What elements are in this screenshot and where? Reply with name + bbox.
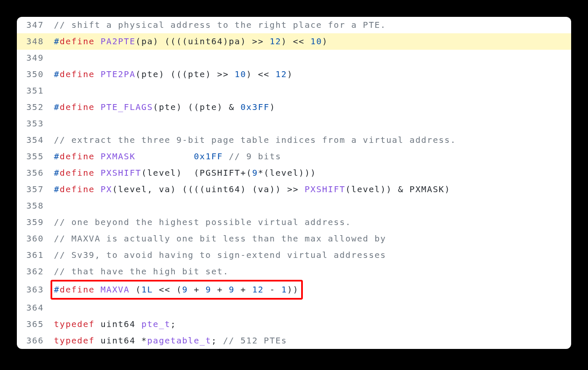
code-token xyxy=(95,151,101,161)
code-token: define xyxy=(60,69,95,79)
code-token: pte xyxy=(142,69,159,79)
code-line: 356#define PXSHIFT(level) (PGSHIFT+(9*(l… xyxy=(17,165,571,181)
code-content xyxy=(53,198,571,214)
code-content xyxy=(53,50,571,66)
code-token: 12 xyxy=(252,284,264,295)
code-content: #define MAXVA (1L << (9 + 9 + 9 + 12 - 1… xyxy=(51,280,303,300)
code-line: 359// one beyond the highest possible vi… xyxy=(17,214,571,231)
code-token: 10 xyxy=(310,36,322,46)
code-token: ) xyxy=(287,69,293,79)
code-content xyxy=(53,115,571,132)
code-token: define xyxy=(60,151,95,161)
code-line: 361// Sv39, to avoid having to sign-exte… xyxy=(17,247,571,263)
code-token: # xyxy=(54,184,60,194)
code-content: #define PTE2PA(pte) (((pte) >> 10) << 12… xyxy=(53,66,571,83)
line-number: 364 xyxy=(17,300,53,316)
code-line: 360// MAXVA is actually one bit less tha… xyxy=(17,231,571,247)
code-line: 347// shift a physical address to the ri… xyxy=(17,17,571,33)
code-content: #define PXSHIFT(level) (PGSHIFT+(9*(leve… xyxy=(53,165,571,181)
code-token: 0x1FF xyxy=(194,151,223,161)
code-line: 353 xyxy=(17,115,571,132)
code-token: # xyxy=(54,284,60,295)
code-line: 358 xyxy=(17,198,571,214)
code-token: level xyxy=(118,184,147,194)
code-token: PXMASK xyxy=(101,151,136,161)
line-number: 353 xyxy=(17,115,53,132)
code-token: // 512 PTEs xyxy=(223,335,287,346)
code-token xyxy=(95,102,101,112)
code-token: define xyxy=(60,36,95,46)
code-token: // one beyond the highest possible virtu… xyxy=(54,217,351,227)
code-token: typedef xyxy=(54,319,95,329)
line-number: 366 xyxy=(17,332,53,349)
code-token: ) (((pte) >> xyxy=(159,69,235,79)
code-line: 363#define MAXVA (1L << (9 + 9 + 9 + 12 … xyxy=(17,280,571,300)
code-content: #define PTE_FLAGS(pte) ((pte) & 0x3FF) xyxy=(53,99,571,115)
code-line: 355#define PXMASK 0x1FF // 9 bits xyxy=(17,148,571,165)
code-content: #define PX(level, va) ((((uint64) (va)) … xyxy=(53,181,571,198)
code-token: (level)) & PXMASK) xyxy=(345,184,450,194)
code-token: level xyxy=(147,168,176,178)
code-token: uint64 * xyxy=(95,335,147,346)
code-content: // one beyond the highest possible virtu… xyxy=(53,214,571,231)
code-token: ( xyxy=(136,36,142,46)
code-token: // 9 bits xyxy=(229,151,281,161)
code-line: 365typedef uint64 pte_t; xyxy=(17,316,571,332)
code-token: ) << xyxy=(246,69,275,79)
code-content: // that have the high bit set. xyxy=(53,263,571,280)
code-line: 350#define PTE2PA(pte) (((pte) >> 10) <<… xyxy=(17,66,571,83)
code-token: typedef xyxy=(54,335,95,346)
line-number: 349 xyxy=(17,50,53,66)
code-content: // MAXVA is actually one bit less than t… xyxy=(53,231,571,247)
code-token: pte xyxy=(159,102,176,112)
code-token: + xyxy=(211,284,229,295)
line-number: 357 xyxy=(17,181,53,198)
code-line: 362// that have the high bit set. xyxy=(17,263,571,280)
code-token: *(level))) xyxy=(258,168,316,178)
line-number: 350 xyxy=(17,66,53,83)
line-number: 355 xyxy=(17,148,53,165)
code-token xyxy=(223,151,229,161)
code-content: // shift a physical address to the right… xyxy=(53,17,571,33)
code-token: ) ((((uint64) (va)) >> xyxy=(171,184,305,194)
code-line: 354// extract the three 9-bit page table… xyxy=(17,132,571,148)
code-line: 348#define PA2PTE(pa) ((((uint64)pa) >> … xyxy=(17,33,571,50)
code-token: 9 xyxy=(229,284,235,295)
code-token: 1 xyxy=(281,284,287,295)
code-content xyxy=(53,300,571,316)
code-token: - xyxy=(264,284,281,295)
line-number: 352 xyxy=(17,99,53,115)
code-token: ) xyxy=(322,36,328,46)
code-token: 12 xyxy=(275,69,287,79)
code-token: define xyxy=(60,184,95,194)
code-line: 366typedef uint64 *pagetable_t; // 512 P… xyxy=(17,332,571,349)
code-token: PX xyxy=(101,184,112,194)
code-line: 351 xyxy=(17,83,571,99)
code-token: PA2PTE xyxy=(101,36,136,46)
line-number: 347 xyxy=(17,17,53,33)
code-token: define xyxy=(60,102,95,112)
code-token: PTE2PA xyxy=(101,69,136,79)
code-token: uint64 xyxy=(95,319,142,329)
code-token: MAXVA xyxy=(101,284,130,295)
code-token: ( xyxy=(112,184,118,194)
code-token: va xyxy=(159,184,171,194)
code-token: 9 xyxy=(182,284,188,295)
code-token: 12 xyxy=(270,36,281,46)
code-line: 357#define PX(level, va) ((((uint64) (va… xyxy=(17,181,571,198)
code-token: ) ((((uint64)pa) >> xyxy=(153,36,270,46)
line-number: 360 xyxy=(17,231,53,247)
code-content: #define PA2PTE(pa) ((((uint64)pa) >> 12)… xyxy=(53,33,571,50)
code-token: )) xyxy=(287,284,299,295)
code-token: // shift a physical address to the right… xyxy=(54,20,386,30)
code-content: // Sv39, to avoid having to sign-extend … xyxy=(53,247,571,263)
code-line: 349 xyxy=(17,50,571,66)
line-number: 354 xyxy=(17,132,53,148)
code-token: // MAXVA is actually one bit less than t… xyxy=(54,233,386,244)
code-content xyxy=(53,83,571,99)
code-token: PTE_FLAGS xyxy=(101,102,153,112)
code-token: 1L xyxy=(142,284,153,295)
code-token: PXSHIFT xyxy=(101,168,142,178)
code-token xyxy=(95,184,101,194)
line-number: 365 xyxy=(17,316,53,332)
